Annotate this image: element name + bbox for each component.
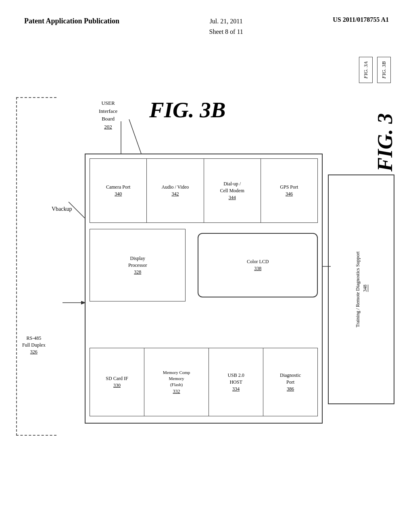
vbackup-label: Vbackup	[52, 206, 72, 212]
publication-date: Jul. 21, 2011 Sheet 8 of 11	[209, 16, 243, 37]
usb-host-box: USB 2.0 HOST 334	[209, 348, 263, 416]
gps-port-box: GPS Port 346	[261, 158, 318, 223]
main-board: Camera Port 340 Audio / Video 342 Dial-u…	[85, 154, 323, 424]
patent-number: US 2011/0178755 A1	[333, 16, 389, 23]
fig-3b-large-label: FIG. 3B	[149, 97, 226, 123]
audio-video-box: Audio / Video 342	[147, 158, 204, 223]
page-header: Patent Application Publication Jul. 21, …	[0, 0, 413, 45]
fig-3-large-label: FIG. 3	[373, 113, 397, 171]
color-lcd-box: Color LCD 338	[198, 233, 318, 297]
memory-comp-box: Memory Comp Memory (Flash) 332	[144, 348, 209, 416]
display-processor-box: Display Processor 328	[90, 229, 186, 301]
camera-port-box: Camera Port 340	[90, 158, 147, 223]
bottom-component-row: SD Card IF 330 Memory Comp Memory (Flash…	[90, 348, 318, 416]
fig-3b-tab: FIG. 3B	[377, 57, 391, 83]
middle-component-row: Display Processor 328 Color LCD 338	[90, 229, 318, 301]
top-component-row: Camera Port 340 Audio / Video 342 Dial-u…	[90, 158, 318, 223]
sd-card-box: SD Card IF 330	[90, 348, 144, 416]
diagnostic-port-box: Diagnostic Port 386	[263, 348, 318, 416]
dialup-modem-box: Dial-up / Cell Modem 344	[204, 158, 261, 223]
drawing-area: Vbackup RS-485 Full Duplex 326 USER Inte…	[0, 45, 413, 528]
rs485-label: RS-485 Full Duplex 326	[22, 335, 46, 355]
training-remote-panel: Training / Remote Diagnostics Support 34…	[328, 175, 394, 404]
dashed-interior-lines	[16, 97, 56, 436]
svg-line-3	[129, 119, 141, 154]
user-interface-label: USER Interface Board 202	[99, 99, 117, 131]
publication-title: Patent Application Publication	[24, 16, 119, 26]
fig-3a-tab: FIG. 3A	[359, 57, 373, 83]
